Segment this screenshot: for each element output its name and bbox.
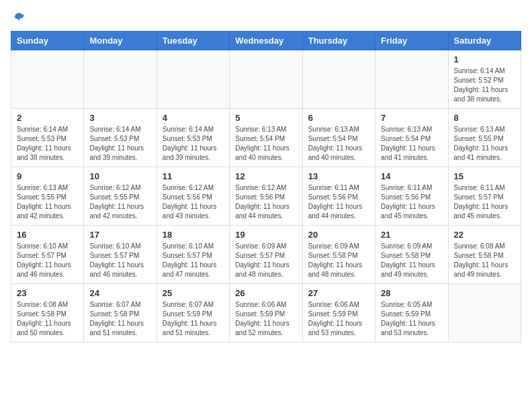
day-number: 1 — [454, 54, 515, 64]
logo-bird-icon — [12, 11, 26, 24]
day-info: Sunrise: 6:12 AM Sunset: 5:55 PM Dayligh… — [89, 183, 150, 221]
day-cell: 13Sunrise: 6:11 AM Sunset: 5:56 PM Dayli… — [302, 167, 375, 226]
day-cell: 12Sunrise: 6:12 AM Sunset: 5:56 PM Dayli… — [230, 167, 302, 226]
day-info: Sunrise: 6:09 AM Sunset: 5:57 PM Dayligh… — [235, 242, 296, 279]
day-number: 20 — [308, 230, 369, 240]
day-number: 4 — [163, 113, 224, 123]
day-cell: 1Sunrise: 6:14 AM Sunset: 5:52 PM Daylig… — [448, 50, 521, 109]
day-number: 14 — [381, 171, 442, 181]
day-number: 24 — [89, 288, 150, 298]
day-cell: 7Sunrise: 6:13 AM Sunset: 5:54 PM Daylig… — [375, 109, 448, 167]
week-row-1: 2Sunrise: 6:14 AM Sunset: 5:53 PM Daylig… — [11, 109, 521, 167]
day-cell: 20Sunrise: 6:09 AM Sunset: 5:58 PM Dayli… — [302, 226, 375, 284]
day-number: 12 — [235, 171, 296, 181]
day-cell: 18Sunrise: 6:10 AM Sunset: 5:57 PM Dayli… — [157, 226, 229, 284]
header-wednesday: Wednesday — [230, 32, 302, 50]
day-number: 3 — [89, 113, 150, 123]
header — [11, 11, 521, 24]
day-info: Sunrise: 6:10 AM Sunset: 5:57 PM Dayligh… — [17, 242, 78, 279]
day-cell: 24Sunrise: 6:07 AM Sunset: 5:58 PM Dayli… — [84, 284, 157, 342]
day-cell: 4Sunrise: 6:14 AM Sunset: 5:53 PM Daylig… — [157, 109, 229, 167]
day-cell: 17Sunrise: 6:10 AM Sunset: 5:57 PM Dayli… — [84, 226, 157, 284]
day-number: 8 — [454, 113, 515, 123]
day-info: Sunrise: 6:13 AM Sunset: 5:55 PM Dayligh… — [17, 183, 78, 221]
day-info: Sunrise: 6:07 AM Sunset: 5:58 PM Dayligh… — [89, 300, 150, 338]
day-number: 10 — [89, 171, 150, 181]
day-number: 5 — [235, 113, 296, 123]
day-cell: 23Sunrise: 6:08 AM Sunset: 5:58 PM Dayli… — [11, 284, 84, 342]
day-number: 2 — [17, 113, 78, 123]
day-cell: 6Sunrise: 6:13 AM Sunset: 5:54 PM Daylig… — [302, 109, 375, 167]
logo — [11, 11, 26, 24]
day-info: Sunrise: 6:11 AM Sunset: 5:56 PM Dayligh… — [381, 183, 442, 221]
day-number: 27 — [308, 288, 369, 298]
day-info: Sunrise: 6:09 AM Sunset: 5:58 PM Dayligh… — [308, 242, 369, 279]
day-cell: 14Sunrise: 6:11 AM Sunset: 5:56 PM Dayli… — [375, 167, 448, 226]
day-cell — [302, 50, 375, 109]
day-info: Sunrise: 6:14 AM Sunset: 5:53 PM Dayligh… — [89, 125, 150, 163]
day-cell: 2Sunrise: 6:14 AM Sunset: 5:53 PM Daylig… — [11, 109, 84, 167]
day-info: Sunrise: 6:08 AM Sunset: 5:58 PM Dayligh… — [454, 242, 515, 279]
day-cell — [448, 284, 521, 342]
day-cell: 15Sunrise: 6:11 AM Sunset: 5:57 PM Dayli… — [448, 167, 521, 226]
day-cell: 21Sunrise: 6:09 AM Sunset: 5:58 PM Dayli… — [375, 226, 448, 284]
day-number: 21 — [381, 230, 442, 240]
day-number: 11 — [163, 171, 224, 181]
day-cell: 11Sunrise: 6:12 AM Sunset: 5:56 PM Dayli… — [157, 167, 229, 226]
day-cell: 10Sunrise: 6:12 AM Sunset: 5:55 PM Dayli… — [84, 167, 157, 226]
day-info: Sunrise: 6:09 AM Sunset: 5:58 PM Dayligh… — [381, 242, 442, 279]
day-info: Sunrise: 6:14 AM Sunset: 5:53 PM Dayligh… — [17, 125, 78, 163]
day-info: Sunrise: 6:14 AM Sunset: 5:53 PM Dayligh… — [163, 125, 224, 163]
week-row-3: 16Sunrise: 6:10 AM Sunset: 5:57 PM Dayli… — [11, 226, 521, 284]
header-tuesday: Tuesday — [157, 32, 229, 50]
day-info: Sunrise: 6:06 AM Sunset: 5:59 PM Dayligh… — [235, 300, 296, 338]
day-info: Sunrise: 6:12 AM Sunset: 5:56 PM Dayligh… — [163, 183, 224, 221]
day-cell: 28Sunrise: 6:05 AM Sunset: 5:59 PM Dayli… — [375, 284, 448, 342]
day-info: Sunrise: 6:13 AM Sunset: 5:54 PM Dayligh… — [235, 125, 296, 163]
day-cell: 3Sunrise: 6:14 AM Sunset: 5:53 PM Daylig… — [84, 109, 157, 167]
day-cell: 9Sunrise: 6:13 AM Sunset: 5:55 PM Daylig… — [11, 167, 84, 226]
day-cell: 25Sunrise: 6:07 AM Sunset: 5:59 PM Dayli… — [157, 284, 229, 342]
day-info: Sunrise: 6:10 AM Sunset: 5:57 PM Dayligh… — [89, 242, 150, 279]
day-number: 17 — [89, 230, 150, 240]
day-number: 9 — [17, 171, 78, 181]
day-number: 15 — [454, 171, 515, 181]
day-info: Sunrise: 6:08 AM Sunset: 5:58 PM Dayligh… — [17, 300, 78, 338]
header-sunday: Sunday — [11, 32, 84, 50]
day-info: Sunrise: 6:10 AM Sunset: 5:57 PM Dayligh… — [163, 242, 224, 279]
day-cell: 27Sunrise: 6:06 AM Sunset: 5:59 PM Dayli… — [302, 284, 375, 342]
day-cell — [84, 50, 157, 109]
day-info: Sunrise: 6:06 AM Sunset: 5:59 PM Dayligh… — [308, 300, 369, 338]
day-number: 25 — [163, 288, 224, 298]
day-cell — [375, 50, 448, 109]
day-info: Sunrise: 6:13 AM Sunset: 5:54 PM Dayligh… — [381, 125, 442, 163]
day-number: 16 — [17, 230, 78, 240]
day-info: Sunrise: 6:13 AM Sunset: 5:54 PM Dayligh… — [308, 125, 369, 163]
day-number: 13 — [308, 171, 369, 181]
day-cell: 16Sunrise: 6:10 AM Sunset: 5:57 PM Dayli… — [11, 226, 84, 284]
day-cell: 19Sunrise: 6:09 AM Sunset: 5:57 PM Dayli… — [230, 226, 302, 284]
day-info: Sunrise: 6:14 AM Sunset: 5:52 PM Dayligh… — [454, 66, 515, 104]
week-row-0: 1Sunrise: 6:14 AM Sunset: 5:52 PM Daylig… — [11, 50, 521, 109]
header-monday: Monday — [84, 32, 157, 50]
day-cell: 26Sunrise: 6:06 AM Sunset: 5:59 PM Dayli… — [230, 284, 302, 342]
day-cell: 22Sunrise: 6:08 AM Sunset: 5:58 PM Dayli… — [448, 226, 521, 284]
header-saturday: Saturday — [448, 32, 521, 50]
day-number: 19 — [235, 230, 296, 240]
day-info: Sunrise: 6:13 AM Sunset: 5:55 PM Dayligh… — [454, 125, 515, 163]
header-row: SundayMondayTuesdayWednesdayThursdayFrid… — [11, 32, 521, 50]
day-info: Sunrise: 6:05 AM Sunset: 5:59 PM Dayligh… — [381, 300, 442, 338]
header-friday: Friday — [375, 32, 448, 50]
day-number: 7 — [381, 113, 442, 123]
day-number: 26 — [235, 288, 296, 298]
day-number: 23 — [17, 288, 78, 298]
week-row-2: 9Sunrise: 6:13 AM Sunset: 5:55 PM Daylig… — [11, 167, 521, 226]
day-info: Sunrise: 6:07 AM Sunset: 5:59 PM Dayligh… — [163, 300, 224, 338]
day-cell — [230, 50, 302, 109]
day-cell — [11, 50, 84, 109]
day-info: Sunrise: 6:12 AM Sunset: 5:56 PM Dayligh… — [235, 183, 296, 221]
day-number: 28 — [381, 288, 442, 298]
day-info: Sunrise: 6:11 AM Sunset: 5:56 PM Dayligh… — [308, 183, 369, 221]
day-cell: 5Sunrise: 6:13 AM Sunset: 5:54 PM Daylig… — [230, 109, 302, 167]
day-cell — [157, 50, 229, 109]
